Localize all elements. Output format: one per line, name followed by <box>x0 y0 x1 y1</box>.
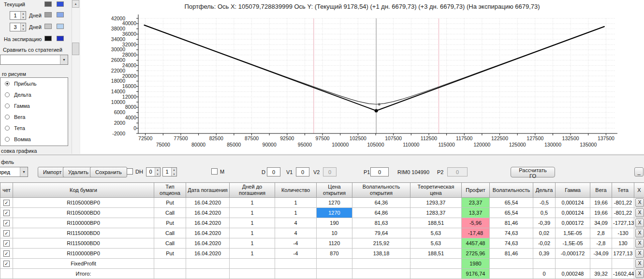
cell[interactable]: 65,54 <box>490 208 533 218</box>
column-header[interactable]: Дельта <box>533 183 556 198</box>
column-header[interactable]: Дней до погашения <box>230 183 275 198</box>
expiration-color-swatch-1[interactable] <box>44 36 52 41</box>
column-header[interactable]: Количество <box>275 183 317 198</box>
radio-icon[interactable] <box>5 126 10 131</box>
scroll-up-icon[interactable]: ▲ <box>72 0 79 8</box>
cell[interactable]: -1,5E-05 <box>556 238 590 249</box>
plus3-days-color-swatch-1[interactable] <box>44 24 52 29</box>
delete-button[interactable]: Удалить <box>63 167 94 177</box>
cell[interactable]: -1727,13 <box>612 218 634 228</box>
cell[interactable]: FixedProfit <box>13 259 154 269</box>
cell[interactable]: 1 <box>230 249 275 259</box>
cell[interactable]: -5,96 <box>462 218 490 228</box>
cell[interactable] <box>590 259 612 269</box>
cell[interactable] <box>317 259 352 269</box>
spinner-arrows-icon[interactable]: ▲▼ <box>20 12 26 19</box>
cell[interactable] <box>352 269 410 279</box>
cell[interactable]: 65,54 <box>490 198 533 208</box>
cell[interactable]: 0,000124 <box>556 198 590 208</box>
cell[interactable]: 1 <box>230 218 275 228</box>
p1-field[interactable] <box>370 167 389 176</box>
cell[interactable]: 64,36 <box>352 198 410 208</box>
checkbox-icon[interactable] <box>127 168 133 175</box>
cell[interactable]: 2725,96 <box>462 249 490 259</box>
cell[interactable] <box>410 269 462 279</box>
chevron-down-icon[interactable]: ▼ <box>60 55 68 64</box>
cell[interactable] <box>186 269 230 279</box>
current-color-swatch-1[interactable] <box>44 1 52 7</box>
cell[interactable]: 0,000248 <box>556 269 590 279</box>
plus1-day-color-swatch-1[interactable] <box>44 12 52 17</box>
m-checkbox[interactable]: M <box>211 168 224 175</box>
draw-item-4[interactable]: Тета <box>0 122 68 133</box>
column-header[interactable]: чет <box>0 183 13 198</box>
cell[interactable]: 16.04.2020 <box>186 249 230 259</box>
days-spinner-1-value[interactable]: 1 <box>10 12 20 19</box>
cell[interactable]: 74,63 <box>490 228 533 238</box>
cell[interactable]: 81,46 <box>490 249 533 259</box>
cell[interactable] <box>154 259 186 269</box>
cell[interactable]: 1270 <box>317 208 352 218</box>
cell[interactable] <box>154 269 186 279</box>
cell[interactable]: 81,46 <box>490 218 533 228</box>
cell[interactable]: 34,09 <box>590 218 612 228</box>
row-checkbox[interactable]: ✓ <box>3 240 10 247</box>
cell[interactable]: 1120 <box>317 238 352 249</box>
column-header[interactable]: Цена открытия <box>317 183 352 198</box>
cell[interactable]: 19,66 <box>590 208 612 218</box>
cell[interactable]: 39,32 <box>590 269 612 279</box>
cell[interactable] <box>556 259 590 269</box>
cell[interactable]: -4 <box>275 249 317 259</box>
strategy-combobox[interactable]: ▼ <box>0 55 68 65</box>
delete-row-button[interactable]: X <box>635 198 644 207</box>
row-checkbox[interactable]: ✓ <box>3 250 10 257</box>
cell[interactable]: -801,22 <box>612 208 634 218</box>
cell[interactable]: 16.04.2020 <box>186 198 230 208</box>
column-header[interactable]: Тета <box>612 183 634 198</box>
cell[interactable]: 0,39 <box>533 249 556 259</box>
cell[interactable]: RI115000BD0 <box>13 228 154 238</box>
spinner-arrows-icon[interactable]: ▲▼ <box>155 168 160 176</box>
column-header[interactable]: Волатильность открытия <box>352 183 410 198</box>
delete-row-button[interactable]: X <box>635 219 644 227</box>
cell[interactable]: 1980 <box>462 259 490 269</box>
cell[interactable]: -2,8 <box>590 238 612 249</box>
dh-spinner-1[interactable]: 0 ▲▼ <box>146 167 161 176</box>
scrollbar-thumb[interactable] <box>72 43 79 55</box>
column-header[interactable]: Код бумаги <box>13 183 154 198</box>
cell[interactable] <box>186 259 230 269</box>
column-header[interactable]: Гамма <box>556 183 590 198</box>
cell[interactable]: 0,5 <box>533 208 556 218</box>
cell[interactable]: -0,5 <box>533 198 556 208</box>
cell[interactable]: 215,92 <box>352 238 410 249</box>
collapse-panel-button[interactable]: _ <box>634 167 644 176</box>
delete-row-button[interactable]: X <box>635 229 644 237</box>
cell[interactable]: Put <box>154 218 186 228</box>
cell[interactable]: -0,02 <box>533 238 556 249</box>
cell[interactable]: -1602,44 <box>612 269 634 279</box>
cell[interactable]: 10 <box>317 228 352 238</box>
cell[interactable]: 0,02 <box>533 228 556 238</box>
calc-margin-button[interactable]: Рассчитать ГО <box>511 167 555 177</box>
cell[interactable]: 188,51 <box>410 249 462 259</box>
d-field[interactable] <box>267 167 280 176</box>
v2-field[interactable] <box>323 167 337 176</box>
cell[interactable]: 1 <box>230 228 275 238</box>
cell[interactable]: 0,000124 <box>556 208 590 218</box>
cell[interactable]: -801,22 <box>612 198 634 208</box>
cell[interactable] <box>490 269 533 279</box>
current-color-swatch-2[interactable] <box>57 1 64 7</box>
cell[interactable]: 9176,74 <box>462 269 490 279</box>
cell[interactable]: 0 <box>533 269 556 279</box>
days-spinner-2[interactable]: 3 ▲▼ <box>10 23 26 31</box>
cell[interactable]: 1 <box>230 208 275 218</box>
column-header[interactable]: Теоретическая цена <box>410 183 462 198</box>
payoff-chart-svg[interactable]: -200002000400060008000100001200014000160… <box>80 0 644 154</box>
cell[interactable]: RI105000BD0 <box>13 208 154 218</box>
cell[interactable] <box>317 269 352 279</box>
compare-strategy-label[interactable]: Сравнить со стратегией <box>3 47 62 53</box>
dh-checkbox[interactable]: DH <box>127 168 143 175</box>
cell[interactable]: 1 <box>230 198 275 208</box>
cell[interactable]: 81,63 <box>352 218 410 228</box>
spinner-arrows-icon[interactable]: ▲▼ <box>171 168 176 176</box>
